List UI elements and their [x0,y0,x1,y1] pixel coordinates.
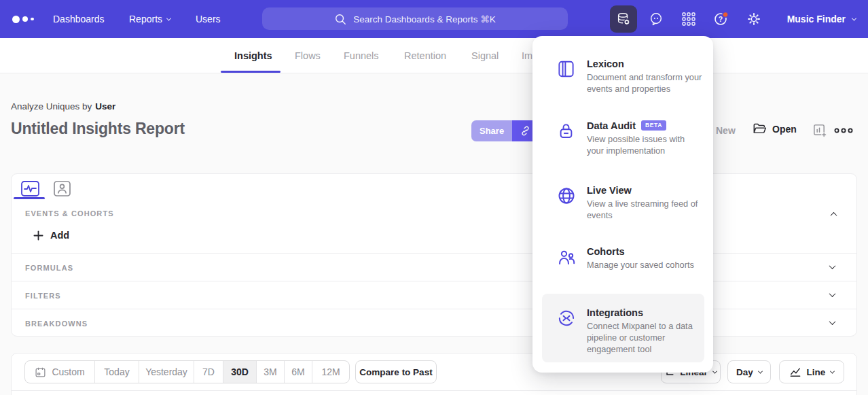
project-selector[interactable]: Music Finder [787,0,856,38]
lexicon-book-icon [557,58,576,95]
tab-signal[interactable]: Signal [471,38,499,73]
date-range-12m[interactable]: 12M [312,361,349,383]
filters-section[interactable]: FILTERS [12,281,856,309]
query-builder-card: EVENTS & COHORTS Add FORMULAS FILTERS BR… [11,173,857,337]
tab-flows[interactable]: Flows [295,38,321,73]
date-range-custom[interactable]: Custom [25,361,94,383]
tab-retention[interactable]: Retention [404,38,446,73]
search-icon [334,13,346,25]
date-range-label: 6M [291,366,304,377]
search-input[interactable]: Search Dashboards & Reports ⌘K [262,7,568,30]
menu-item-live-view[interactable]: Live View View a live streaming feed of … [557,185,702,222]
date-range-yesterday[interactable]: Yesterday [139,361,194,383]
calendar-icon [35,366,46,378]
new-report-button[interactable]: New [716,125,736,136]
tab-insights[interactable]: Insights [234,38,272,73]
chart-type-select[interactable]: Line [779,360,844,383]
menu-item-title: Integrations [587,307,643,318]
feedback-button[interactable] [643,5,670,33]
menu-item-title: Lexicon [587,58,624,69]
cohorts-people-icon [557,246,576,271]
date-range-6m[interactable]: 6M [284,361,312,383]
menu-item-title: Cohorts [587,246,625,257]
date-range-label: 12M [321,366,340,377]
nav-reports-label: Reports [129,14,162,24]
menu-item-title: Live View [587,185,632,196]
date-range-30d[interactable]: 30D [223,361,256,383]
expand-filters-chevron-icon [829,290,836,297]
tab-funnels[interactable]: Funnels [344,38,379,73]
help-icon: ? [713,11,729,27]
menu-item-data-audit[interactable]: Data Audit BETA View possible issues wit… [557,120,702,157]
nav-reports[interactable]: Reports [129,0,170,38]
top-navigation-bar: Dashboards Reports Users Search Dashboar… [0,0,868,38]
add-label: Add [50,230,69,241]
gear-icon [746,12,761,27]
share-button-group: Share [471,120,538,141]
date-range-label: 30D [231,366,249,377]
open-report-button[interactable]: Open [753,122,797,135]
date-range-today[interactable]: Today [94,361,139,383]
menu-item-description: Connect Mixpanel to a data pipeline or c… [587,321,704,356]
chevron-down-icon [712,368,717,373]
compare-to-past-button[interactable]: Compare to Past [355,360,437,383]
events-cohorts-header: EVENTS & COHORTS [25,209,114,218]
menu-item-title: Data Audit [587,120,636,131]
report-title[interactable]: Untitled Insights Report [11,120,185,138]
open-label: Open [772,124,797,135]
breakdowns-section[interactable]: BREAKDOWNS [12,309,856,337]
app-root: Dashboards Reports Users Search Dashboar… [0,0,868,395]
menu-item-description: View a live streaming feed of events [587,199,704,222]
report-tabs: Insights Flows Funnels Retention Signal … [0,38,868,73]
add-event-button[interactable]: Add [33,230,69,241]
nav-users[interactable]: Users [196,0,221,38]
interval-select[interactable]: Day [727,360,771,383]
formulas-section[interactable]: FORMULAS [12,253,856,281]
date-range-label: 7D [202,366,215,377]
data-management-button[interactable] [610,5,637,33]
analyze-entity-selector[interactable]: User [95,101,115,111]
date-range-label: Today [104,366,129,377]
collapse-events-chevron-icon[interactable] [831,212,837,219]
mixpanel-logo-icon[interactable] [12,0,34,38]
chevron-down-icon [758,368,763,373]
share-button[interactable]: Share [471,120,512,141]
chart-type-label: Line [807,367,826,377]
notification-dot [723,12,728,18]
help-button[interactable]: ? [708,5,735,33]
date-range-3m[interactable]: 3M [256,361,284,383]
menu-item-description: Manage your saved cohorts [587,260,704,271]
line-chart-icon [789,366,801,377]
menu-item-description: Document and transform your events and p… [587,72,704,95]
active-view-underline [14,197,45,199]
nav-users-label: Users [196,14,221,24]
svg-text:?: ? [719,15,723,23]
analyze-prefix-label: Analyze Uniques by [11,101,92,111]
nav-dashboards[interactable]: Dashboards [53,0,105,38]
toolbar-divider [12,390,856,391]
add-to-dashboard-button[interactable] [812,123,827,137]
settings-button[interactable] [740,5,767,33]
search-placeholder: Search Dashboards & Reports ⌘K [353,14,495,24]
more-options-button[interactable] [834,126,853,135]
link-icon [520,125,531,137]
filters-header: FILTERS [25,292,61,300]
formulas-header: FORMULAS [25,264,73,272]
ellipsis-icon [834,126,853,135]
metrics-view-tab[interactable] [21,181,41,197]
profiles-view-tab[interactable] [54,181,74,197]
menu-item-cohorts[interactable]: Cohorts Manage your saved cohorts [557,246,702,271]
plus-icon [33,230,43,241]
menu-item-lexicon[interactable]: Lexicon Document and transform your even… [557,58,702,95]
menu-item-description: View possible issues with your implement… [587,134,704,157]
interval-label: Day [736,367,753,377]
menu-item-integrations[interactable]: Integrations Connect Mixpanel to a data … [557,307,702,356]
analyze-breadcrumb: Analyze Uniques byUser [11,101,115,111]
date-range-7d[interactable]: 7D [194,361,223,383]
apps-grid-icon [682,12,695,26]
chat-bubble-icon [649,12,664,27]
expand-breakdowns-chevron-icon [829,318,836,325]
apps-grid-button[interactable] [675,5,702,33]
integrations-sync-icon [557,307,576,356]
chevron-down-icon [852,16,856,20]
